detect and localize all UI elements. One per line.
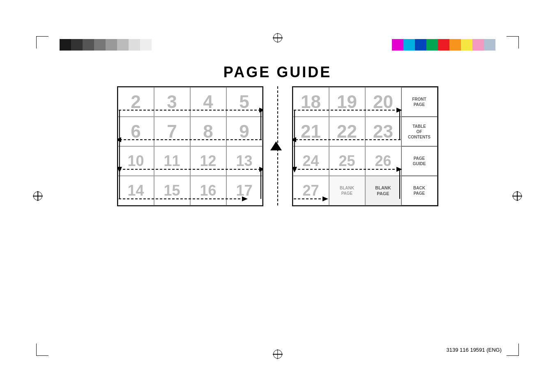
left-grid: 2 3 4 5 6 7 8 9 10 11 12 13 14 15 16 17 — [117, 86, 263, 206]
cell-15: 15 — [154, 176, 190, 205]
corner-mark-br — [507, 344, 519, 356]
doc-number: 3139 116 19591 (ENG) — [447, 347, 502, 353]
right-grid: 18 19 20 FRONTPAGE 21 22 23 TABLEOFCONTE… — [292, 86, 438, 206]
cell-blank-page-2: BLANKPAGE — [365, 176, 401, 205]
crosshair-top — [273, 33, 283, 43]
cell-18: 18 — [293, 87, 329, 117]
cell-9: 9 — [226, 117, 263, 146]
cell-14: 14 — [118, 176, 154, 205]
page-title: PAGE GUIDE — [0, 64, 555, 81]
crosshair-left — [33, 191, 43, 201]
cell-13: 13 — [226, 146, 263, 176]
cell-page-guide: PAGEGUIDE — [401, 146, 438, 176]
grayscale-bar — [60, 39, 152, 51]
cell-5: 5 — [226, 87, 263, 117]
cell-2: 2 — [118, 87, 154, 117]
cell-22: 22 — [329, 117, 365, 146]
crosshair-right — [512, 191, 522, 201]
cell-25: 25 — [329, 146, 365, 176]
cell-21: 21 — [293, 117, 329, 146]
separator — [275, 86, 281, 205]
cell-27: 27 — [293, 176, 329, 205]
cell-8: 8 — [190, 117, 226, 146]
cell-26: 26 — [365, 146, 401, 176]
cell-3: 3 — [154, 87, 190, 117]
cell-19: 19 — [329, 87, 365, 117]
corner-mark-bl — [36, 344, 48, 356]
corner-mark-tr — [507, 36, 519, 48]
cell-4: 4 — [190, 87, 226, 117]
corner-mark-tl — [36, 36, 48, 48]
cell-7: 7 — [154, 117, 190, 146]
cell-10: 10 — [118, 146, 154, 176]
cell-23: 23 — [365, 117, 401, 146]
cell-6: 6 — [118, 117, 154, 146]
cell-front-page: FRONTPAGE — [401, 87, 438, 117]
cell-20: 20 — [365, 87, 401, 117]
cell-blank-page-1: BLANKPAGE — [329, 176, 365, 205]
cell-16: 16 — [190, 176, 226, 205]
cell-24: 24 — [293, 146, 329, 176]
cell-11: 11 — [154, 146, 190, 176]
page-guide-grid: 2 3 4 5 6 7 8 9 10 11 12 13 14 15 16 17 — [117, 86, 438, 206]
cell-table-of-contents: TABLEOFCONTENTS — [401, 117, 438, 146]
crosshair-bottom — [273, 349, 283, 359]
cell-17: 17 — [226, 176, 263, 205]
cell-back-page: BACKPAGE — [401, 176, 438, 205]
cell-12: 12 — [190, 146, 226, 176]
color-bar — [392, 39, 495, 51]
